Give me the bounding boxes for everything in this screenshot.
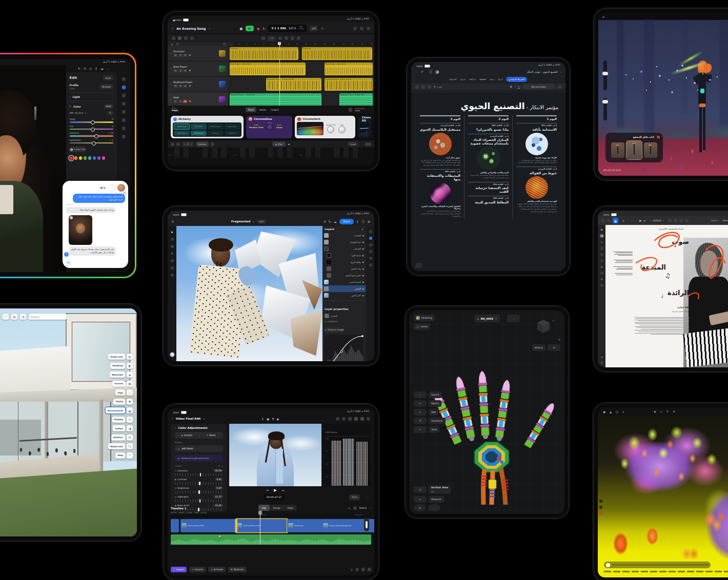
mute-button[interactable]: M [173,69,177,72]
tab-output[interactable]: Output [269,107,281,112]
mobile-view-icon[interactable] [429,70,432,74]
isolate-icon[interactable]: ⊘ [414,504,426,511]
track-stack-icon[interactable] [176,43,179,46]
redo-icon[interactable]: ↻ [78,67,80,70]
record-enable-button[interactable]: R [183,100,187,103]
keyboard-dismiss-icon[interactable] [415,263,422,268]
eyedropper-button[interactable]: ✎ [107,111,113,115]
piano-key-black[interactable] [306,148,311,158]
catch-icon[interactable] [223,43,226,46]
eraser-tool-icon[interactable] [171,259,174,262]
pencil-tool-icon[interactable] [190,36,194,40]
gizmo-icon[interactable] [599,506,602,509]
drag-on-image-button[interactable]: ◎Drag on image [325,327,344,333]
fade-icon[interactable] [291,36,294,40]
camera-icon[interactable]: ▣ [267,417,270,421]
fill-tool-icon[interactable] [171,266,174,270]
browse-button[interactable]: Browse [100,84,113,89]
slider-exposure[interactable]: ☼Exposure45.59 [175,469,223,476]
alchemy-pad[interactable]: Metallic Swell [208,123,224,130]
slider-highlights[interactable]: ◎Highlights11.27 [175,495,223,502]
node-tool-icon[interactable]: ✒ [643,219,646,222]
solo-button[interactable]: S [178,100,183,103]
tab-sends[interactable]: Sends [256,107,268,112]
record-enable-button[interactable]: R [183,54,187,57]
cycle-icon[interactable]: ↻ [262,27,265,30]
alchemy-pad[interactable]: Bright Synth [174,123,190,130]
visibility-icon[interactable]: ◉ [362,234,365,237]
piano-key-black[interactable] [343,148,349,158]
select-menu[interactable]: Select [359,507,367,509]
project-title[interactable]: Video Final Edit [176,417,201,420]
metronome-icon[interactable]: ⧍ [321,26,324,30]
confirm-icon[interactable]: ✓ [428,504,440,511]
region-pads[interactable]: Keyboard Player - Simple Pad [339,93,373,106]
same-button[interactable]: Same [720,218,728,223]
light-section-header[interactable]: ›Light [70,95,113,98]
project-title[interactable]: An Evening Song [176,27,206,30]
mute-button[interactable]: M [173,85,177,88]
visibility-icon[interactable]: ◉ [362,294,365,297]
video-preview[interactable] [229,424,321,486]
visibility-icon[interactable]: ◉ [362,267,365,270]
document-title[interactable]: التصنيع الحيوي - مؤتمر الابتكار [527,71,557,73]
minimize-icon[interactable] [367,417,370,421]
solo-button[interactable]: S [178,69,183,72]
arrange-icon[interactable] [369,230,372,233]
more-icon[interactable]: ⋯ [367,495,369,499]
open-in-icon[interactable]: ⤢ [3,314,9,320]
layer-row[interactable]: زيادة التشبع◉ [322,265,366,272]
effects-icon[interactable] [360,417,364,421]
timeline-scrubber[interactable] [604,562,711,568]
color-section-header[interactable]: ∨Color B&W [70,104,113,109]
record-icon[interactable]: ◉ [603,410,605,413]
swatch-orange[interactable] [74,156,78,160]
eyedropper-tool-icon[interactable] [171,274,174,277]
media-icon[interactable] [354,417,358,421]
foreground-color-chip[interactable] [170,352,175,357]
settings-icon[interactable] [367,27,370,30]
piano-key-black[interactable] [221,148,226,158]
section-view-control[interactable]: ▯Section ViewOff [414,485,451,494]
scale-button[interactable]: Scale [348,141,358,147]
piano-key-black[interactable] [315,148,320,158]
message-photo-attachment[interactable]: ✕ [69,215,92,245]
forward-icon[interactable] [607,219,611,222]
help-icon[interactable] [353,27,357,30]
plugin-channeleq[interactable]: Channel EQ [358,116,371,138]
axis-icon[interactable]: ⊿ [558,337,560,341]
disable-clip-icon[interactable] [336,417,339,421]
visibility-icon[interactable]: ◉ [362,281,365,283]
back-icon[interactable]: ‹ [172,417,173,421]
visibility-icon[interactable]: ◉ [362,274,365,277]
select-tool-icon[interactable]: ➤ [600,228,602,231]
piano-key-black[interactable] [174,148,179,158]
overwrite-icon[interactable] [353,506,357,510]
flip-h-icon[interactable] [674,219,677,222]
arrow-icon[interactable]: ◄ [288,142,290,146]
animation-canvas[interactable]: كتاب قابل للتصفح 00:00:03.019 [598,20,728,176]
tab-insert[interactable]: إدراج [498,78,502,80]
list-icon[interactable] [421,85,425,89]
snap-indicator[interactable]: ⋯ [368,37,370,39]
panel-environment[interactable]: Environment◒ [106,407,133,413]
panel-help[interactable]: Help? [115,452,133,459]
piano-key-black[interactable] [287,148,292,158]
magazine-page[interactable]: المرأة والموسيقى الإلكترونية صوت المبدعة… [605,225,728,367]
delete-icon[interactable]: ✕ [600,356,602,359]
plugin-alchemy[interactable]: Alchemy Bright Synth Epic Synth Metallic… [171,116,244,138]
document-name[interactable]: Fragmented [231,220,250,223]
layer-row[interactable]: تعديل الكرة◉ [322,252,366,259]
more-icon[interactable]: ⋯ [368,108,370,111]
sustain-button[interactable]: Sustain [196,141,209,147]
stop-icon[interactable]: ■ [239,27,242,30]
region-drummer[interactable]: Drummer [302,47,372,60]
tool-tools[interactable]: ✂Tools [414,426,446,433]
more-button[interactable]: ⋯ [629,218,635,223]
alchemy-pad[interactable]: Dark Arp [208,131,224,136]
play-icon[interactable]: ▶ [654,410,656,413]
region-bass[interactable]: Bass Player - Indie Disco [230,63,306,75]
bold-button[interactable]: B [510,85,512,88]
plugin-chromaglow[interactable]: ChromaGlow ModelModern Tube Drive StyleC… [246,116,292,138]
clip-selected[interactable]: Skyline_Blue_Close [236,519,288,532]
